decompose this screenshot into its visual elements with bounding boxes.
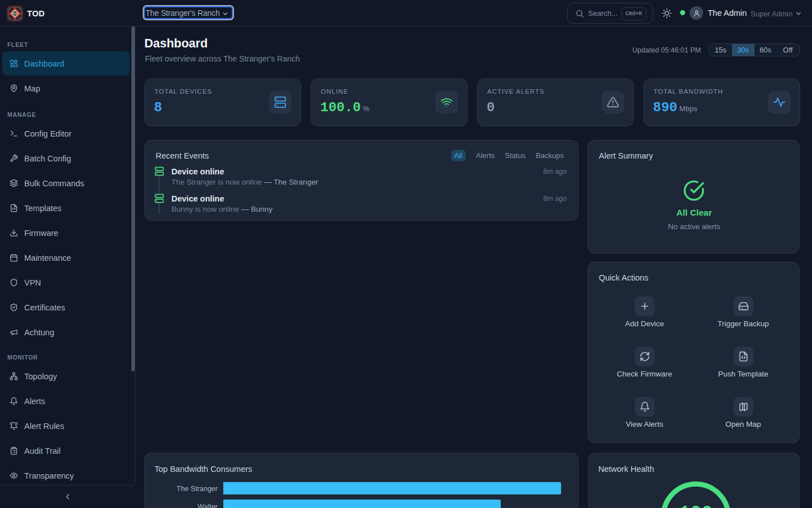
svg-text:100: 100 (679, 503, 712, 508)
